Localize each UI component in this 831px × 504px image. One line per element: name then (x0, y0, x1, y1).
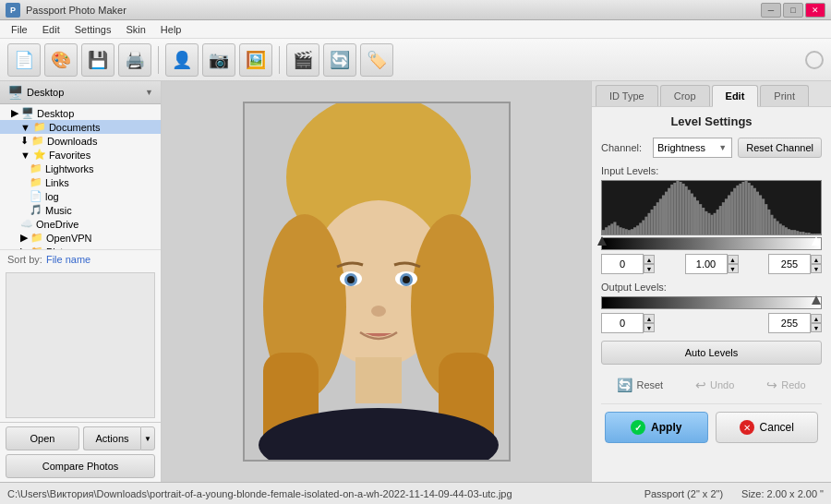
tree-item-log[interactable]: 📄 log (0, 189, 161, 203)
input-mid-field[interactable] (685, 254, 728, 274)
minimize-button[interactable]: ─ (761, 3, 781, 18)
redo-button[interactable]: ↪ Redo (761, 374, 811, 396)
tab-crop[interactable]: Crop (660, 85, 710, 106)
tree-item-music[interactable]: 🎵 Music (0, 203, 161, 217)
cancel-button[interactable]: ✕ Cancel (716, 412, 819, 443)
svg-rect-45 (682, 184, 685, 234)
input-min-spinner[interactable]: ▲ ▼ (644, 255, 655, 273)
toolbar: 📄 🎨 💾 🖨️ 👤 📷 🖼️ 🎬 🔄 🏷️ (0, 39, 831, 81)
toolbar-sep-1 (158, 46, 159, 74)
reset-channel-button[interactable]: Reset Channel (738, 138, 822, 158)
tab-edit[interactable]: Edit (712, 85, 759, 107)
input-white-thumb[interactable] (812, 236, 821, 246)
svg-rect-51 (699, 204, 702, 234)
tab-id-type[interactable]: ID Type (596, 85, 658, 106)
menu-help[interactable]: Help (153, 22, 189, 37)
compare-photos-button[interactable]: Compare Photos (6, 454, 155, 478)
photo-display (243, 102, 511, 462)
svg-rect-55 (710, 215, 713, 234)
input-black-thumb[interactable] (597, 236, 607, 246)
toolbar-person[interactable]: 👤 (165, 43, 199, 77)
toolbar-color[interactable]: 🎨 (44, 43, 78, 77)
input-min-up[interactable]: ▲ (644, 255, 655, 264)
output-min-spinner[interactable]: ▲ ▼ (644, 314, 655, 332)
input-min-down[interactable]: ▼ (644, 264, 655, 273)
toolbar-save[interactable]: 💾 (81, 43, 114, 77)
tree-item-downloads[interactable]: ⬇ 📁 Downloads (0, 134, 161, 148)
input-mid-down[interactable]: ▼ (728, 264, 739, 273)
status-photo-type: Passport (2" x 2") (644, 488, 723, 499)
auto-levels-button[interactable]: Auto Levels (601, 341, 822, 365)
menu-skin[interactable]: Skin (118, 22, 152, 37)
input-levels-label: Input Levels: (601, 165, 822, 176)
tree-item-lightworks[interactable]: 📁 Lightworks (0, 162, 161, 175)
svg-rect-25 (625, 229, 628, 234)
toolbar-camera[interactable]: 📷 (202, 43, 235, 77)
svg-rect-31 (642, 221, 644, 234)
toolbar-print[interactable]: 🖨️ (118, 43, 151, 77)
reset-button[interactable]: 🔄 Reset (611, 374, 668, 396)
menu-file[interactable]: File (4, 22, 35, 37)
apply-button[interactable]: ✓ Apply (605, 412, 708, 443)
output-min-field[interactable] (601, 313, 644, 333)
open-button[interactable]: Open (6, 426, 79, 450)
tab-print[interactable]: Print (760, 85, 809, 106)
svg-rect-35 (654, 206, 656, 234)
close-button[interactable]: ✕ (805, 3, 825, 18)
sort-by-label: Sort by: (7, 254, 42, 265)
input-mid-spinner[interactable]: ▲ ▼ (728, 255, 739, 273)
tree-item-favorites[interactable]: ▼ ⭐ Favorites (0, 148, 161, 162)
maximize-button[interactable]: □ (783, 3, 803, 18)
input-mid-up[interactable]: ▲ (728, 255, 739, 264)
input-max-up[interactable]: ▲ (811, 255, 822, 264)
tree-item-onedrive[interactable]: ☁️ OneDrive (0, 217, 161, 231)
undo-button[interactable]: ↩ Undo (690, 374, 740, 396)
output-gradient-track[interactable] (601, 296, 822, 309)
actions-dropdown[interactable]: ▼ (140, 426, 155, 450)
svg-point-13 (347, 276, 355, 283)
svg-rect-88 (804, 233, 807, 234)
input-gradient-track[interactable] (601, 237, 822, 250)
output-min-down[interactable]: ▼ (644, 323, 655, 332)
output-white-thumb[interactable] (812, 295, 821, 305)
svg-rect-59 (722, 202, 725, 234)
svg-rect-34 (651, 210, 654, 234)
svg-rect-58 (719, 206, 722, 234)
tab-bar: ID Type Crop Edit Print (592, 81, 831, 107)
output-max-up[interactable]: ▲ (811, 314, 822, 323)
svg-rect-69 (751, 186, 753, 234)
tree-item-openvpn[interactable]: ▶ 📁 OpenVPN (0, 231, 161, 245)
apply-label: Apply (651, 421, 681, 434)
output-max-spinner[interactable]: ▲ ▼ (811, 314, 822, 332)
svg-rect-68 (748, 183, 751, 234)
photo-face (245, 103, 509, 460)
folder-dropdown[interactable]: ▼ (145, 88, 153, 97)
toolbar-image[interactable]: 🖼️ (239, 43, 272, 77)
toolbar-info[interactable] (805, 51, 824, 69)
toolbar-video[interactable]: 🎬 (286, 43, 319, 77)
output-levels-label: Output Levels: (601, 282, 822, 293)
sort-by-filename[interactable]: File name (46, 254, 90, 265)
toolbar-new[interactable]: 📄 (7, 43, 41, 77)
input-min-field[interactable] (601, 254, 644, 274)
input-max-spinner[interactable]: ▲ ▼ (811, 255, 822, 273)
tree-item-desktop[interactable]: ▶ 🖥️ Desktop (0, 106, 161, 120)
open-actions-row: Open Actions ▼ (6, 426, 155, 450)
left-panel: 🖥️ Desktop ▼ ▶ 🖥️ Desktop ▼ 📁 Documents (0, 81, 162, 482)
channel-select[interactable]: Brightness Red Green Blue (653, 138, 732, 158)
tree-item-documents[interactable]: ▼ 📁 Documents (0, 120, 161, 134)
toolbar-refresh[interactable]: 🔄 (323, 43, 356, 77)
input-max-field[interactable] (768, 254, 811, 274)
menu-settings[interactable]: Settings (67, 22, 119, 37)
output-min-up[interactable]: ▲ (644, 314, 655, 323)
svg-rect-89 (808, 233, 811, 234)
tree-item-links[interactable]: 📁 Links (0, 175, 161, 189)
svg-rect-24 (622, 228, 625, 234)
svg-rect-48 (691, 194, 693, 234)
toolbar-tag[interactable]: 🏷️ (360, 43, 393, 77)
input-max-down[interactable]: ▼ (811, 264, 822, 273)
output-max-down[interactable]: ▼ (811, 323, 822, 332)
menu-edit[interactable]: Edit (35, 22, 67, 37)
actions-button[interactable]: Actions (83, 426, 140, 450)
output-max-field[interactable] (768, 313, 811, 333)
